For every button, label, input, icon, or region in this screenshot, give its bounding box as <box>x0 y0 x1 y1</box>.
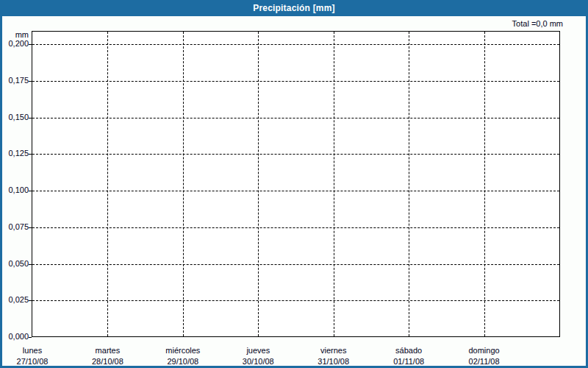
y-gridline <box>32 227 559 228</box>
y-gridline <box>32 300 559 301</box>
y-gridline <box>32 191 559 191</box>
y-tick-label: 0,150 <box>2 113 29 122</box>
y-tick-mark <box>29 227 32 228</box>
y-tick-mark <box>29 118 32 118</box>
y-tick-label: 0,050 <box>2 259 29 269</box>
day-name-label: viernes <box>295 346 372 355</box>
y-tick-label: 0,125 <box>2 149 29 158</box>
y-axis-unit-label: mm <box>2 30 29 39</box>
chart-canvas: Total =0,0 mm mm 0,0000,0250,0500,0750,1… <box>2 16 586 366</box>
y-tick-mark <box>29 264 32 265</box>
day-date-label: 02/11/08 <box>446 357 523 366</box>
precipitation-chart-window: Precipitación [mm] Total =0,0 mm mm 0,00… <box>0 0 588 368</box>
day-date-label: 01/11/08 <box>370 357 447 366</box>
y-gridline <box>32 154 559 155</box>
y-tick-label: 0,000 <box>2 332 29 342</box>
y-tick-label: 0,100 <box>2 185 29 195</box>
y-tick-label: 0,175 <box>2 76 29 85</box>
y-tick-mark <box>29 44 32 45</box>
total-precipitation-label: Total =0,0 mm <box>512 19 563 28</box>
y-tick-mark <box>29 337 32 338</box>
day-date-label: 31/10/08 <box>295 357 372 366</box>
y-tick-mark <box>29 300 32 301</box>
x-category-label: domingo02/11/08 <box>446 346 523 366</box>
x-gridline <box>334 32 334 336</box>
day-name-label: sábado <box>370 346 447 355</box>
chart-title-bar: Precipitación [mm] <box>0 0 588 16</box>
y-gridline <box>32 264 559 265</box>
day-date-label: 29/10/08 <box>145 357 221 366</box>
day-date-label: 28/10/08 <box>69 357 146 366</box>
y-gridline <box>32 44 559 45</box>
x-category-label: sábado01/11/08 <box>370 346 447 366</box>
x-gridline <box>484 32 485 336</box>
y-tick-mark <box>29 81 32 82</box>
y-tick-mark <box>29 191 32 191</box>
x-category-label: viernes31/10/08 <box>295 346 372 366</box>
y-tick-label: 0,025 <box>2 295 29 305</box>
x-gridline <box>183 32 184 336</box>
y-gridline <box>32 118 559 118</box>
plot-area <box>32 31 560 337</box>
x-category-label: miércoles29/10/08 <box>145 346 221 366</box>
day-name-label: domingo <box>446 346 523 355</box>
x-gridline <box>107 32 108 336</box>
y-tick-label: 0,075 <box>2 222 29 232</box>
day-date-label: 30/10/08 <box>220 357 296 366</box>
x-category-label: jueves30/10/08 <box>220 346 296 366</box>
y-gridline <box>32 81 559 82</box>
day-name-label: martes <box>69 346 146 355</box>
y-tick-label: 0,200 <box>2 39 29 49</box>
chart-title: Precipitación [mm] <box>253 3 335 13</box>
day-name-label: lunes <box>2 346 71 355</box>
y-tick-mark <box>29 154 32 155</box>
x-gridline <box>409 32 409 336</box>
day-name-label: miércoles <box>145 346 221 355</box>
x-category-label: martes28/10/08 <box>69 346 146 366</box>
x-gridline <box>258 32 259 336</box>
day-name-label: jueves <box>220 346 296 355</box>
x-category-label: lunes27/10/08 <box>2 346 71 366</box>
day-date-label: 27/10/08 <box>2 357 71 366</box>
